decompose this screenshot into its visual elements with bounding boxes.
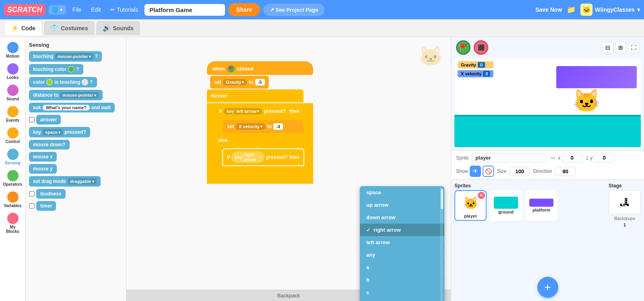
dropdown-scrollbar[interactable] [440,186,444,301]
myblocks-circle [7,213,19,224]
if-right-arrow-block[interactable]: if key right arrow ▾ pressed? then [223,149,303,165]
show-visible-button[interactable]: 👁 [470,166,481,177]
drag-dropdown[interactable]: draggable [68,178,97,185]
sprite-thumb-ground[interactable]: ground [490,190,522,221]
dropdown-item-right-arrow[interactable]: ✓ right arrow [360,224,444,236]
block-key-space[interactable]: key space pressed? [29,127,90,137]
globe-button[interactable]: 🌐 ▾ [49,5,66,15]
tab-code[interactable]: ⚡ Code [4,21,42,35]
dropdown-item-space[interactable]: space [360,186,444,199]
block-loudness[interactable]: loudness [36,189,66,199]
sprite-thumb-player[interactable]: ✕ 🐱 player [454,190,487,221]
loudness-checkbox[interactable] [29,191,35,197]
tab-sounds[interactable]: 🔊 Sounds [96,21,140,35]
dropdown-item-up-arrow[interactable]: up arrow [360,199,444,211]
forever-block[interactable]: forever [207,89,303,102]
gravity-value[interactable]: -5 [255,79,265,85]
save-now-button[interactable]: Save Now [535,6,562,13]
edit-menu[interactable]: Edit [88,5,104,15]
block-mouse-y[interactable]: mouse y [29,164,57,174]
user-menu[interactable]: 🐱 WiingyClasses ▾ [580,4,640,16]
block-mouse-x[interactable]: mouse x [29,152,57,162]
project-name-input[interactable] [144,4,225,16]
stop-button[interactable]: ⬛ [474,40,488,55]
sprite-name-input[interactable] [472,153,547,162]
dropdown-item-left-arrow[interactable]: left arrow [360,236,444,249]
share-button[interactable]: Share [228,3,260,16]
block-touching-color[interactable]: touching color ? [29,64,83,75]
tab-row: ⚡ Code 👕 Costumes 🔊 Sounds [0,19,644,37]
block-set-drag[interactable]: set drag mode draggable [29,176,101,187]
tab-costumes[interactable]: 👕 Costumes [44,21,95,35]
block-touching[interactable]: touching mouse-pointer ? [29,51,102,62]
stage-mini-preview[interactable]: 🏞 [609,190,641,214]
tutorials-btn[interactable]: ✏ Tutorials [107,5,141,15]
category-operators[interactable]: Operators [2,168,24,188]
folder-button[interactable]: 📁 [567,5,576,14]
backpack-label: Backpack [277,293,300,299]
looks-circle [7,63,19,75]
key-dropdown[interactable]: space [43,129,63,135]
color-swatch-3[interactable] [82,79,88,85]
category-sound[interactable]: Sound [2,83,24,103]
add-sprite-button[interactable]: + [537,277,558,298]
script-area[interactable]: 🐱 when 🚩 clicked set Gravity ▾ to -5 for… [126,37,451,301]
set-gravity-block[interactable]: set Gravity ▾ to -5 [210,76,269,89]
block-distance-to[interactable]: distance to mouse-pointer [29,90,103,100]
dropdown-item-d[interactable]: d [360,299,444,301]
sprite-info: Sprite ↔ x ↕ y Show 👁 🚫 Size Direction [451,150,644,180]
sprite-thumb-platform[interactable]: platform [525,190,557,221]
category-looks[interactable]: Looks [2,62,24,81]
sensing-circle [7,149,19,160]
ask-input[interactable]: What's your name? [43,105,90,110]
key-right-pill[interactable]: key right arrow ▾ [231,152,264,163]
show-hidden-button[interactable]: 🚫 [483,166,494,177]
color-swatch-2[interactable] [46,79,53,85]
dropdown-item-c[interactable]: c [360,286,444,299]
sprite-delete-player[interactable]: ✕ [478,192,485,199]
if-left-arrow-block[interactable]: if key left arrow ▾ pressed? then [215,105,303,118]
scratch-logo[interactable]: SCRATCH [4,4,45,16]
hat-block[interactable]: when 🚩 clicked [207,61,313,75]
category-sensing[interactable]: Sensing [2,147,24,167]
dropdown-item-a[interactable]: a [360,261,444,274]
file-menu[interactable]: File [69,5,85,15]
direction-input[interactable] [555,167,576,176]
category-motion[interactable]: Motion [2,40,24,60]
xvel-value[interactable]: -4 [273,123,283,130]
category-variables[interactable]: Variables [2,190,24,210]
distance-dropdown[interactable]: mouse-pointer [60,92,98,98]
block-color-touching[interactable]: color is touching ? [29,77,97,87]
touching-dropdown[interactable]: mouse-pointer [55,53,93,60]
category-myblocks[interactable]: My Blocks [2,211,24,235]
see-project-button[interactable]: ↗ See Project Page [263,4,324,16]
layout-normal-button[interactable]: ⊞ [615,42,626,53]
category-events[interactable]: Events [2,104,24,124]
y-value-input[interactable] [594,153,614,162]
timer-checkbox[interactable] [29,203,35,209]
xvel-var[interactable]: X velocity ▾ [235,123,265,130]
dropdown-item-b[interactable]: b [360,274,444,286]
key-left-pill[interactable]: key left arrow ▾ [223,108,262,114]
dropdown-item-down-arrow[interactable]: down arrow [360,211,444,224]
checkmark-icon: ✓ [366,227,370,233]
block-mouse-down[interactable]: mouse down? [29,140,70,149]
x-value-input[interactable] [562,153,582,162]
block-ask[interactable]: ask What's your name? and wait [29,103,115,112]
green-flag-button[interactable]: 🚩 [456,40,471,55]
gravity-var[interactable]: Gravity ▾ [223,79,247,85]
stage-ground [454,115,641,147]
answer-checkbox[interactable] [29,117,35,122]
layout-fullscreen-button[interactable]: ⛶ [628,42,639,53]
color-swatch-1[interactable] [68,66,74,73]
set-xvel-block[interactable]: set X velocity ▾ to -4 [223,120,303,133]
category-control[interactable]: Control [2,126,24,145]
block-answer[interactable]: answer [36,115,61,125]
sprite-label: Sprite [456,155,469,161]
cat-sprite: 🐱 [573,88,601,114]
layout-small-button[interactable]: ⊟ [602,42,613,53]
operators-label: Operators [3,182,23,187]
block-timer[interactable]: timer [36,201,56,211]
dropdown-item-any[interactable]: any [360,249,444,261]
size-input[interactable] [510,167,530,176]
